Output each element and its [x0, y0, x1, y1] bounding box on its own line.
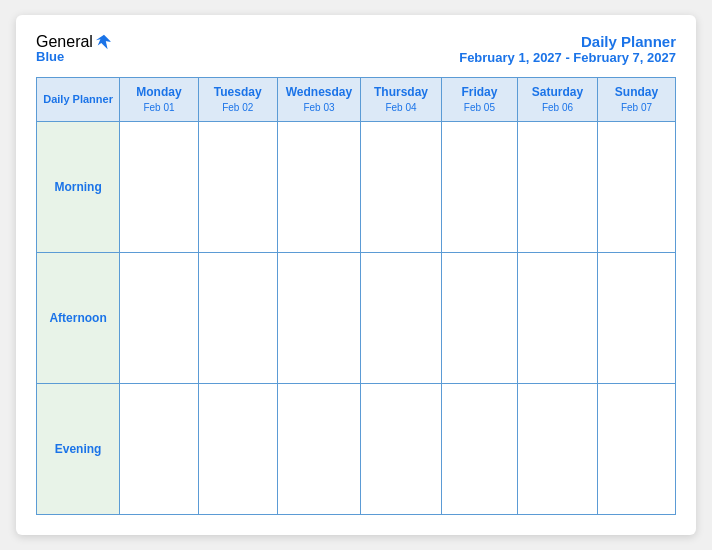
friday-name: Friday: [446, 84, 513, 101]
logo-bird-icon: [95, 33, 113, 51]
logo-blue-text: Blue: [36, 49, 64, 64]
thursday-date: Feb 04: [365, 101, 437, 115]
thursday-name: Thursday: [365, 84, 437, 101]
morning-label: Morning: [37, 121, 120, 252]
afternoon-friday-cell[interactable]: [441, 252, 517, 383]
svg-marker-0: [96, 35, 111, 49]
evening-row: Evening: [37, 383, 676, 514]
col-header-thursday: Thursday Feb 04: [361, 78, 442, 122]
tuesday-name: Tuesday: [203, 84, 273, 101]
morning-tuesday-cell[interactable]: [198, 121, 277, 252]
afternoon-wednesday-cell[interactable]: [277, 252, 360, 383]
morning-thursday-cell[interactable]: [361, 121, 442, 252]
corner-header-text: Daily Planner: [43, 93, 113, 105]
saturday-name: Saturday: [522, 84, 593, 101]
afternoon-sunday-cell[interactable]: [597, 252, 675, 383]
morning-wednesday-cell[interactable]: [277, 121, 360, 252]
morning-monday-cell[interactable]: [120, 121, 198, 252]
evening-friday-cell[interactable]: [441, 383, 517, 514]
col-header-wednesday: Wednesday Feb 03: [277, 78, 360, 122]
col-header-sunday: Sunday Feb 07: [597, 78, 675, 122]
evening-thursday-cell[interactable]: [361, 383, 442, 514]
monday-date: Feb 01: [124, 101, 193, 115]
evening-saturday-cell[interactable]: [518, 383, 598, 514]
evening-monday-cell[interactable]: [120, 383, 198, 514]
afternoon-saturday-cell[interactable]: [518, 252, 598, 383]
evening-wednesday-cell[interactable]: [277, 383, 360, 514]
col-header-tuesday: Tuesday Feb 02: [198, 78, 277, 122]
afternoon-thursday-cell[interactable]: [361, 252, 442, 383]
page-container: General Blue Daily Planner February 1, 2…: [16, 15, 696, 535]
monday-name: Monday: [124, 84, 193, 101]
planner-date-range: February 1, 2027 - February 7, 2027: [459, 50, 676, 65]
morning-friday-cell[interactable]: [441, 121, 517, 252]
tuesday-date: Feb 02: [203, 101, 273, 115]
afternoon-monday-cell[interactable]: [120, 252, 198, 383]
col-header-friday: Friday Feb 05: [441, 78, 517, 122]
header: General Blue Daily Planner February 1, 2…: [36, 33, 676, 65]
planner-table: Daily Planner Monday Feb 01 Tuesday Feb …: [36, 77, 676, 515]
planner-title: Daily Planner: [459, 33, 676, 50]
wednesday-date: Feb 03: [282, 101, 356, 115]
col-header-monday: Monday Feb 01: [120, 78, 198, 122]
wednesday-name: Wednesday: [282, 84, 356, 101]
afternoon-tuesday-cell[interactable]: [198, 252, 277, 383]
col-header-saturday: Saturday Feb 06: [518, 78, 598, 122]
morning-row: Morning: [37, 121, 676, 252]
morning-sunday-cell[interactable]: [597, 121, 675, 252]
sunday-name: Sunday: [602, 84, 671, 101]
corner-header: Daily Planner: [37, 78, 120, 122]
title-block: Daily Planner February 1, 2027 - Februar…: [459, 33, 676, 65]
sunday-date: Feb 07: [602, 101, 671, 115]
evening-label: Evening: [37, 383, 120, 514]
evening-sunday-cell[interactable]: [597, 383, 675, 514]
afternoon-label: Afternoon: [37, 252, 120, 383]
afternoon-row: Afternoon: [37, 252, 676, 383]
logo: General Blue: [36, 33, 113, 64]
morning-saturday-cell[interactable]: [518, 121, 598, 252]
saturday-date: Feb 06: [522, 101, 593, 115]
evening-tuesday-cell[interactable]: [198, 383, 277, 514]
friday-date: Feb 05: [446, 101, 513, 115]
